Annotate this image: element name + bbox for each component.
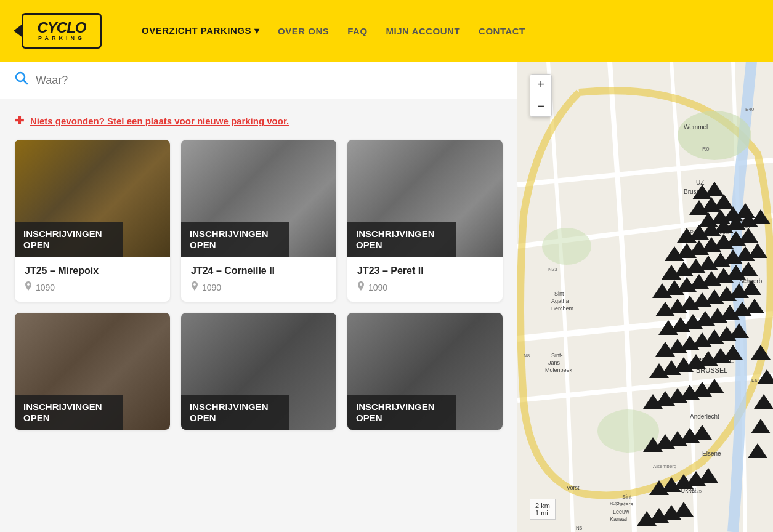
card-title-jt23: JT23 – Peret II (357, 265, 493, 276)
card-badge-jt21: INSCHRIJVINGEN OPEN (181, 395, 289, 430)
map-controls: + − (530, 74, 552, 117)
svg-text:Alsemberg: Alsemberg (653, 464, 676, 469)
svg-text:Sint-: Sint- (551, 352, 563, 358)
card-info-jt24: JT24 – Corneille II1090 (181, 257, 336, 302)
main-layout: ✚ Niets gevonden? Stel een plaats voor n… (0, 62, 773, 532)
svg-text:Sint: Sint (554, 291, 564, 297)
svg-text:Sint: Sint (622, 494, 632, 500)
svg-text:Kanaal: Kanaal (610, 516, 627, 522)
map-svg: R0 E40 N205 N23 N8 Alsemberg N225 R20 We… (517, 62, 773, 532)
svg-text:N6: N6 (576, 525, 583, 531)
svg-text:N8: N8 (524, 353, 530, 358)
nav-item-contact[interactable]: CONTACT (479, 26, 525, 36)
svg-text:N23: N23 (548, 267, 557, 272)
parking-card-jt21[interactable]: INSCHRIJVINGEN OPEN (181, 313, 336, 430)
card-badge-jt25: INSCHRIJVINGEN OPEN (15, 222, 123, 257)
logo-text-main: CYCLO (38, 20, 86, 35)
svg-point-4 (542, 228, 591, 265)
cards-section: INSCHRIJVINGEN OPENJT25 – Mirepoix1090IN… (0, 134, 517, 436)
card-title-jt25: JT25 – Mirepoix (25, 265, 160, 276)
map-scale: 2 km 1 mi (530, 499, 556, 520)
logo-text-sub: PARKING (38, 35, 85, 41)
cards-grid: INSCHRIJVINGEN OPENJT25 – Mirepoix1090IN… (15, 140, 503, 430)
parking-card-jt22[interactable]: INSCHRIJVINGEN OPEN (15, 313, 170, 430)
svg-text:Berchem: Berchem (551, 305, 573, 312)
card-badge-jt24: INSCHRIJVINGEN OPEN (181, 222, 289, 257)
svg-point-3 (678, 111, 751, 160)
card-info-jt25: JT25 – Mirepoix1090 (15, 257, 170, 302)
parking-card-jt23[interactable]: INSCHRIJVINGEN OPENJT23 – Peret II1090 (347, 140, 503, 302)
card-title-jt24: JT24 – Corneille II (191, 265, 326, 276)
card-image-wrap-jt20: INSCHRIJVINGEN OPEN (347, 313, 503, 430)
left-panel: ✚ Niets gevonden? Stel een plaats voor n… (0, 62, 517, 532)
zoom-out-button[interactable]: − (530, 95, 551, 116)
logo[interactable]: CYCLO PARKING (18, 9, 105, 52)
search-input[interactable] (36, 74, 503, 87)
svg-text:La: La (751, 377, 757, 383)
parking-card-jt20[interactable]: INSCHRIJVINGEN OPEN (347, 313, 503, 430)
card-badge-jt22: INSCHRIJVINGEN OPEN (15, 395, 123, 430)
svg-text:Leeuw: Leeuw (613, 509, 629, 515)
svg-text:Molenbeek: Molenbeek (545, 367, 573, 373)
location-pin-icon (357, 281, 365, 293)
location-pin-icon (25, 281, 32, 293)
map-background: R0 E40 N205 N23 N8 Alsemberg N225 R20 We… (517, 62, 773, 532)
nav-item-faq[interactable]: FAQ (347, 26, 367, 36)
logo-wing (14, 23, 23, 38)
card-image-wrap-jt22: INSCHRIJVINGEN OPEN (15, 313, 170, 430)
header: CYCLO PARKING OVERZICHT PARKINGS ▾OVER O… (0, 0, 773, 62)
svg-text:UZ: UZ (696, 179, 704, 186)
main-nav: OVERZICHT PARKINGS ▾OVER ONSFAQMIJN ACCO… (142, 25, 525, 36)
card-image-wrap-jt24: INSCHRIJVINGEN OPEN (181, 140, 336, 257)
card-info-jt23: JT23 – Peret II1090 (347, 257, 503, 302)
parking-card-jt25[interactable]: INSCHRIJVINGEN OPENJT25 – Mirepoix1090 (15, 140, 170, 302)
svg-text:Jans-: Jans- (548, 360, 562, 366)
svg-text:Agatha: Agatha (551, 298, 569, 304)
location-text-jt25: 1090 (36, 283, 55, 292)
svg-text:Pieters: Pieters (616, 501, 634, 507)
card-image-wrap-jt23: INSCHRIJVINGEN OPEN (347, 140, 503, 257)
location-pin-icon (191, 281, 198, 293)
card-location-jt24: 1090 (191, 281, 326, 293)
svg-text:Anderlecht: Anderlecht (690, 413, 719, 420)
plus-icon: ✚ (15, 114, 24, 127)
card-badge-jt20: INSCHRIJVINGEN OPEN (347, 395, 456, 430)
suggest-link[interactable]: Niets gevonden? Stel een plaats voor nie… (30, 116, 289, 126)
svg-line-1 (24, 81, 28, 84)
location-text-jt24: 1090 (202, 283, 221, 292)
logo-inner: CYCLO PARKING (22, 13, 102, 49)
svg-text:R0: R0 (702, 146, 710, 152)
parking-card-jt24[interactable]: INSCHRIJVINGEN OPENJT24 – Corneille II10… (181, 140, 336, 302)
card-badge-jt23: INSCHRIJVINGEN OPEN (347, 222, 456, 257)
card-image-wrap-jt21: INSCHRIJVINGEN OPEN (181, 313, 336, 430)
nav-item-overzicht[interactable]: OVERZICHT PARKINGS ▾ (142, 25, 259, 36)
svg-text:Wemmel: Wemmel (684, 124, 708, 131)
scale-2km: 2 km (535, 502, 550, 509)
search-icon (15, 71, 28, 89)
card-location-jt23: 1090 (357, 281, 493, 293)
svg-text:E40: E40 (745, 107, 755, 112)
location-text-jt23: 1090 (368, 283, 387, 292)
nav-item-over-ons[interactable]: OVER ONS (278, 26, 329, 36)
suggest-section: ✚ Niets gevonden? Stel een plaats voor n… (0, 99, 517, 134)
zoom-in-button[interactable]: + (530, 75, 551, 95)
svg-text:Vorst: Vorst (567, 485, 580, 491)
card-image-wrap-jt25: INSCHRIJVINGEN OPEN (15, 140, 170, 257)
nav-item-account[interactable]: MIJN ACCOUNT (386, 26, 460, 36)
right-map: R0 E40 N205 N23 N8 Alsemberg N225 R20 We… (517, 62, 773, 532)
svg-text:Elsene: Elsene (702, 450, 721, 457)
card-location-jt25: 1090 (25, 281, 160, 293)
search-bar (0, 62, 517, 99)
scale-1mi: 1 mi (535, 509, 548, 517)
